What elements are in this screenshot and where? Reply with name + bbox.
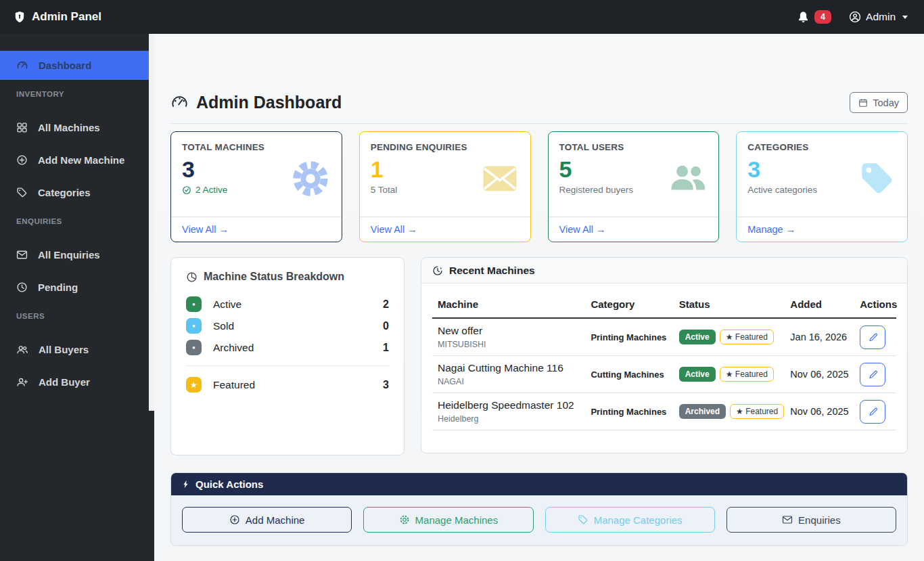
quick-actions-header: Quick Actions	[171, 473, 907, 495]
add-machine-button[interactable]: Add Machine	[182, 507, 352, 533]
star-icon: ★	[186, 377, 202, 392]
brand-title: Admin Panel	[32, 10, 101, 24]
status-count: 2	[383, 298, 389, 311]
quick-actions-card: Quick Actions Add Machine Manage Machine…	[170, 472, 908, 546]
edit-button[interactable]	[860, 363, 885, 386]
status-badge: Archived	[679, 404, 726, 419]
sidebar-item-add-buyer[interactable]: Add Buyer	[0, 367, 149, 397]
quick-actions-body: Add Machine Manage Machines Manage Categ…	[171, 495, 907, 545]
sidebar-item-label: Add New Machine	[38, 154, 124, 166]
sold-status-badge: ●	[186, 318, 202, 334]
page-header: Admin Dashboard Today	[170, 92, 908, 124]
stat-card-footer: View All →	[171, 217, 342, 242]
grid-icon	[16, 122, 28, 133]
status-label: Sold	[213, 320, 234, 332]
tag-icon	[858, 159, 896, 197]
sidebar-item-label: All Enquiries	[38, 249, 100, 261]
today-button[interactable]: Today	[850, 92, 908, 113]
sidebar-item-dashboard[interactable]: Dashboard	[0, 51, 149, 80]
sidebar-item-all-buyers[interactable]: All Buyers	[0, 335, 149, 364]
sidebar-item-label: Pending	[38, 282, 78, 293]
recent-machines-card: Recent Machines Machine Category Status …	[421, 257, 908, 453]
added-date: Jan 16, 2026	[790, 332, 847, 342]
user-label: Admin	[866, 11, 896, 23]
sidebar-item-add-new-machine[interactable]: Add New Machine	[0, 145, 149, 175]
notifications-button[interactable]: 4	[797, 10, 831, 24]
sidebar: Dashboard INVENTORY All Machines Add New…	[0, 34, 154, 561]
status-breakdown-card: Machine Status Breakdown ● Active 2 ● So…	[170, 257, 405, 455]
arrow-right-icon: →	[407, 224, 417, 235]
view-all-link[interactable]: View All →	[371, 224, 417, 235]
status-count: 1	[383, 342, 389, 354]
machine-name: New offer	[438, 325, 580, 337]
star-icon: ★	[726, 332, 733, 342]
brand-logo[interactable]: Admin Panel	[14, 10, 101, 24]
plus-circle-icon	[16, 154, 28, 166]
machine-category: Printing Machines	[591, 407, 666, 417]
user-menu[interactable]: Admin	[849, 11, 908, 23]
sidebar-item-label: Categories	[38, 187, 91, 198]
sidebar-item-label: Add Buyer	[39, 376, 90, 388]
table-row: New offer MITSUBISHI Printing Machines A…	[432, 318, 896, 356]
sidebar-item-categories[interactable]: Categories	[0, 178, 149, 207]
speedometer-icon	[170, 93, 189, 112]
pie-chart-icon	[186, 271, 198, 283]
stat-card-title: PENDING ENQUIRIES	[371, 142, 519, 152]
status-label: Active	[213, 298, 241, 311]
machine-name: Heidelberg Speedmaster 102	[438, 399, 580, 411]
archived-status-badge: ●	[186, 340, 202, 355]
recent-machines-header: Recent Machines	[421, 258, 907, 284]
added-date: Nov 06, 2025	[790, 406, 848, 417]
edit-button[interactable]	[860, 326, 885, 349]
sidebar-scrollbar[interactable]	[149, 34, 154, 411]
machine-brand: NAGAI	[438, 377, 580, 386]
status-count: 0	[383, 320, 389, 332]
status-count: 3	[383, 379, 389, 391]
people-icon	[669, 159, 707, 197]
recent-machines-table: Machine Category Status Added Actions Ne…	[421, 284, 907, 430]
status-row-active: ● Active 2	[186, 296, 389, 312]
machine-category: Printing Machines	[591, 332, 666, 342]
pencil-icon	[868, 407, 878, 417]
column-header-actions: Actions	[854, 293, 896, 318]
shield-icon	[14, 11, 26, 23]
tag-icon	[578, 514, 588, 525]
machine-name: Nagai Cutting Machine 116	[438, 362, 580, 374]
stat-card-title: TOTAL MACHINES	[182, 142, 331, 152]
manage-link[interactable]: Manage →	[747, 224, 795, 235]
status-row-featured: ★ Featured 3	[186, 377, 389, 392]
view-all-link[interactable]: View All →	[182, 224, 229, 235]
status-breakdown-title: Machine Status Breakdown	[186, 271, 389, 283]
middle-row: Machine Status Breakdown ● Active 2 ● So…	[170, 257, 908, 455]
sidebar-item-pending[interactable]: Pending	[0, 273, 149, 302]
gear-icon	[399, 514, 410, 525]
gear-icon	[291, 159, 330, 198]
manage-categories-button[interactable]: Manage Categories	[545, 507, 715, 533]
manage-machines-button[interactable]: Manage Machines	[363, 507, 533, 533]
edit-button[interactable]	[860, 400, 885, 424]
main-content: Admin Dashboard Today TOTAL MACHINES 3 2…	[154, 34, 924, 561]
stat-card-total-machines: TOTAL MACHINES 3 2 Active View All →	[170, 131, 342, 242]
table-row: Nagai Cutting Machine 116 NAGAI Cutting …	[432, 356, 896, 393]
stat-card-title: CATEGORIES	[747, 142, 896, 152]
stat-card-footer: Manage →	[737, 217, 907, 242]
enquiries-button[interactable]: Enquiries	[726, 507, 896, 533]
stat-card-total-users: TOTAL USERS 5 Registered buyers View All…	[548, 131, 720, 242]
stat-card-footer: View All →	[549, 217, 719, 242]
top-navbar: Admin Panel 4 Admin	[0, 0, 924, 34]
status-badge: Active	[679, 367, 716, 382]
machine-brand: MITSUBISHI	[438, 340, 580, 349]
envelope-icon	[481, 159, 519, 197]
column-header-added: Added	[785, 293, 854, 318]
status-row-sold: ● Sold 0	[186, 318, 389, 334]
sidebar-item-all-machines[interactable]: All Machines	[0, 113, 149, 142]
caret-down-icon	[902, 16, 908, 19]
check-circle-icon	[182, 185, 191, 195]
star-icon: ★	[736, 407, 743, 416]
notification-badge: 4	[814, 10, 831, 24]
table-row: Heidelberg Speedmaster 102 Heidelberg Pr…	[432, 393, 896, 430]
tag-icon	[16, 187, 28, 198]
clock-icon	[16, 282, 28, 293]
sidebar-item-all-enquiries[interactable]: All Enquiries	[0, 240, 149, 269]
view-all-link[interactable]: View All →	[559, 224, 606, 235]
